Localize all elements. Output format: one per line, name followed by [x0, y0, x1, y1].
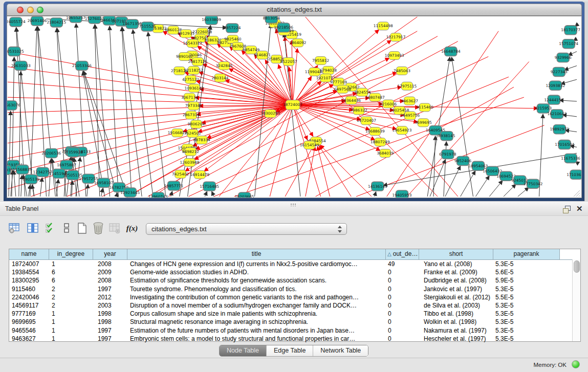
function-builder-icon[interactable]: f(x)	[125, 221, 139, 236]
graph-edge[interactable]	[8, 105, 293, 143]
table-scrollbar[interactable]	[572, 259, 580, 341]
graph-node-label: 3067134	[181, 95, 198, 100]
graph-edge[interactable]	[8, 97, 293, 105]
resize-grip[interactable]	[574, 190, 580, 196]
graph-edge[interactable]	[504, 184, 516, 196]
graph-edge[interactable]	[148, 32, 166, 196]
column-header-out_de[interactable]: △out_de…	[386, 249, 419, 259]
graph-node-label: 18170377	[561, 28, 580, 32]
column-header-title[interactable]: title	[127, 249, 386, 259]
graph-node-label: 12444151	[544, 98, 563, 102]
close-panel-icon[interactable]: ✕	[576, 204, 583, 213]
delete-column-icon[interactable]	[107, 221, 122, 236]
graph-edge[interactable]	[285, 37, 293, 105]
table-cell: 9115460	[9, 285, 49, 293]
column-header-year[interactable]: year	[93, 249, 127, 259]
graph-node-label: 7624502	[184, 131, 201, 136]
graph-edge[interactable]	[293, 105, 321, 196]
table-row[interactable]: 1830029562008Estimation of significance …	[9, 276, 580, 285]
table-cell: 2003	[93, 301, 127, 310]
graph-edge[interactable]	[205, 191, 207, 196]
graph-edge[interactable]	[445, 166, 461, 196]
graph-edge[interactable]	[285, 146, 313, 196]
graph-edge[interactable]	[101, 188, 103, 196]
table-cell: 5.3E-5	[493, 260, 560, 268]
table-cell: 1998	[93, 318, 127, 326]
graph-edge[interactable]	[8, 105, 293, 113]
graph-edge[interactable]	[110, 26, 118, 196]
graph-node-label: 8878334	[193, 138, 210, 142]
table-row[interactable]: 1456911722003Disruption of a novel membe…	[9, 301, 580, 310]
new-table-icon[interactable]	[75, 221, 89, 236]
graph-edge[interactable]	[133, 30, 153, 196]
graph-edge[interactable]	[489, 181, 503, 196]
tab-edge-table[interactable]: Edge Table	[266, 345, 313, 356]
graph-edge[interactable]	[270, 105, 293, 196]
table-row[interactable]: 946554611997Estimation of the future num…	[9, 326, 580, 335]
graph-edge[interactable]	[9, 111, 11, 196]
table-cell: 9465546	[9, 326, 49, 335]
graph-node-label: 15751074	[559, 41, 578, 46]
graph-edge[interactable]	[12, 57, 14, 196]
graph-edge[interactable]	[568, 52, 577, 55]
graph-edge[interactable]	[49, 159, 51, 196]
graph-edge[interactable]	[122, 27, 142, 196]
tab-network-table[interactable]: Network Table	[313, 345, 368, 356]
scrollbar-thumb[interactable]	[574, 260, 580, 273]
table-cell: 5.3E-5	[493, 326, 560, 335]
tab-node-table[interactable]: Node Table	[220, 345, 266, 356]
column-header-in_degree[interactable]: in_degree	[49, 249, 93, 259]
graph-edge[interactable]	[122, 27, 132, 196]
table-row[interactable]: 1872400712008Changes of HCN gene express…	[9, 260, 580, 268]
table-cell: Tibbo et al. (1998)	[419, 310, 493, 318]
table-row[interactable]: 946362711997Embryonic stem cells: a mode…	[9, 335, 580, 343]
graph-edge[interactable]	[475, 176, 489, 196]
column-header-name[interactable]: name	[9, 249, 49, 259]
network-window-titlebar[interactable]: citations_edges.txt	[7, 4, 582, 16]
graph-edge[interactable]	[56, 179, 58, 196]
graph-node-label: 16648784	[441, 49, 461, 54]
row-height-icon[interactable]	[59, 221, 74, 236]
graph-node-label: 19857771	[164, 184, 184, 188]
graph-edge[interactable]	[40, 178, 42, 196]
column-selection-icon[interactable]	[26, 221, 40, 236]
splitter-handle[interactable]	[290, 203, 296, 206]
table-row[interactable]: 1938455462009Genome-wide association stu…	[9, 268, 580, 276]
graph-edge[interactable]	[518, 187, 529, 196]
graph-edge[interactable]	[461, 171, 475, 196]
graph-node-label: 16543312	[183, 41, 203, 46]
graph-node-label: 12960743	[148, 194, 168, 198]
graph-node-label: 9890162	[176, 54, 193, 59]
graph-edge[interactable]	[375, 192, 376, 196]
graph-node-label: 1864092	[289, 40, 306, 45]
column-header-short[interactable]: short	[419, 249, 493, 259]
graph-node-label: 18724007	[283, 103, 302, 107]
table-settings-icon[interactable]	[7, 221, 21, 236]
table-cell: 5.3E-5	[493, 301, 560, 310]
graph-node-label: 3684019	[377, 151, 394, 156]
table-row[interactable]: 969969511998Structural magnetic resonanc…	[9, 318, 580, 326]
graph-edge[interactable]	[212, 191, 214, 196]
graph-node-label: 12093832	[546, 83, 565, 88]
network-canvas[interactable]: 1872400771638228860128891293522226058982…	[7, 16, 582, 198]
graph-edge[interactable]	[14, 170, 16, 196]
graph-edge[interactable]	[21, 175, 22, 196]
network-graph[interactable]: 1872400771638228860128891293522226058982…	[7, 16, 581, 198]
select-rows-icon[interactable]	[43, 221, 58, 236]
graph-edge[interactable]	[87, 184, 88, 196]
table-source-select[interactable]: citations_edges.txt	[146, 223, 347, 235]
table-cell: 1	[49, 310, 93, 318]
table-row[interactable]: 2242004622012Investigating the contribut…	[9, 293, 580, 301]
table-cell: Changes of HCN gene expression and I(f) …	[127, 260, 386, 268]
graph-edge[interactable]	[8, 105, 293, 173]
graph-edge[interactable]	[433, 136, 435, 196]
float-panel-icon[interactable]	[563, 206, 571, 213]
table-row[interactable]: 977716911998Corpus callosum shape and si…	[9, 310, 580, 318]
graph-edge[interactable]	[171, 191, 172, 196]
graph-edge[interactable]	[293, 49, 297, 105]
table-row[interactable]: 911546021997Tourette syndrome. Phenomeno…	[9, 285, 580, 293]
delete-table-icon[interactable]	[91, 221, 105, 236]
column-header-pagerank[interactable]: pagerank	[493, 249, 560, 259]
graph-node-label: 7905139	[23, 177, 39, 182]
graph-node-label: 20631033	[11, 63, 31, 68]
